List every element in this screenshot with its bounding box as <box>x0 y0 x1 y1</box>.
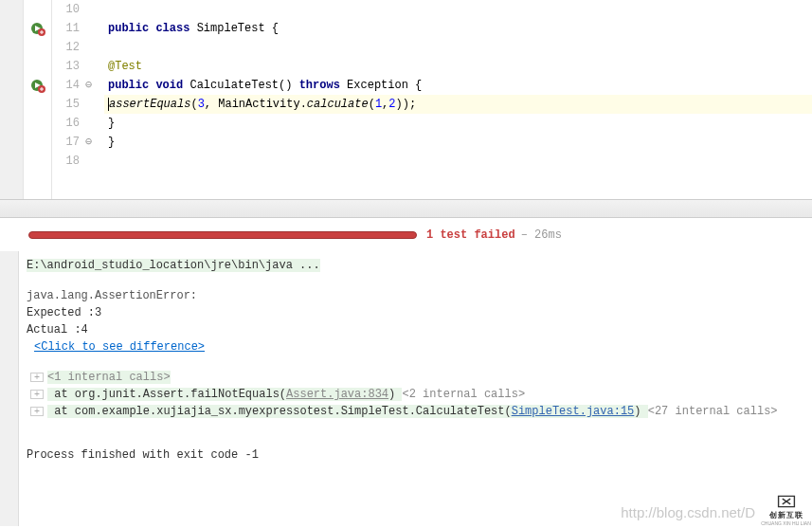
fold-toggle[interactable] <box>85 57 104 76</box>
run-test-icon[interactable] <box>30 78 45 93</box>
code-area[interactable]: public class SimpleTest { @Test public v… <box>104 0 812 199</box>
line-number: 17 <box>52 133 80 152</box>
line-number: 10 <box>52 0 80 19</box>
code-line[interactable]: assertEquals(3, MainActivity.calculate(1… <box>104 95 812 114</box>
fold-toggle[interactable] <box>85 38 104 57</box>
code-line[interactable] <box>104 152 812 171</box>
code-line[interactable] <box>104 0 812 19</box>
code-line[interactable]: @Test <box>104 57 812 76</box>
actual-value: 4 <box>81 323 88 337</box>
code-editor[interactable]: 101112131415161718 ⊖⊖ public class Simpl… <box>0 0 812 199</box>
expected-label: Expected : <box>27 306 95 319</box>
source-link[interactable]: SimpleTest.java:15 <box>512 405 635 418</box>
line-number: 11 <box>52 19 80 38</box>
breakpoint-gutter[interactable] <box>24 0 52 199</box>
console-toolbar[interactable] <box>0 251 19 526</box>
stack-trace-line: + at com.example.xujiajia_sx.myexpressot… <box>27 403 804 420</box>
command-line: E:\android_studio_location\jre\bin\java … <box>27 259 320 272</box>
code-line[interactable]: public class SimpleTest { <box>104 19 812 38</box>
fold-toggle[interactable]: ⊖ <box>85 76 104 95</box>
diff-link[interactable]: <Click to see difference> <box>34 340 205 354</box>
code-line[interactable]: public void CalculateTest() throws Excep… <box>104 76 812 95</box>
fold-gutter[interactable]: ⊖⊖ <box>85 0 104 199</box>
source-link[interactable]: Assert.java:834 <box>286 388 388 401</box>
watermark: http://blog.csdn.net/D <box>621 504 755 520</box>
test-time-label: – 26ms <box>521 228 562 242</box>
test-progress-bar <box>28 231 417 239</box>
test-status-bar: 1 test failed – 26ms <box>0 218 812 251</box>
logo: 创新互联 CHUANG XIN HU LIAN <box>760 490 812 528</box>
line-number-gutter: 101112131415161718 <box>52 0 85 199</box>
test-fail-label: 1 test failed <box>426 228 515 242</box>
fold-toggle[interactable]: ⊖ <box>85 133 104 152</box>
line-number: 12 <box>52 38 80 57</box>
fold-toggle[interactable] <box>85 19 104 38</box>
line-number: 13 <box>52 57 80 76</box>
stack-trace-line: +<1 internal calls> <box>27 369 804 386</box>
expected-value: 3 <box>95 306 101 319</box>
fold-toggle[interactable] <box>85 0 104 19</box>
panel-divider[interactable] <box>0 199 812 218</box>
line-number: 18 <box>52 152 80 171</box>
code-line[interactable]: } <box>104 133 812 152</box>
expand-icon[interactable]: + <box>30 407 44 416</box>
expand-icon[interactable]: + <box>30 373 44 382</box>
console-panel: E:\android_studio_location\jre\bin\java … <box>0 251 812 526</box>
fold-toggle[interactable] <box>85 114 104 133</box>
exit-message: Process finished with exit code -1 <box>27 446 804 464</box>
code-line[interactable]: } <box>104 114 812 133</box>
logo-icon <box>773 493 800 510</box>
run-test-icon[interactable] <box>30 21 45 36</box>
fold-toggle[interactable] <box>85 95 104 114</box>
line-number: 16 <box>52 114 80 133</box>
line-number: 15 <box>52 95 80 114</box>
fold-toggle[interactable] <box>85 152 104 171</box>
code-line[interactable] <box>104 38 812 57</box>
marker-gutter <box>0 0 24 199</box>
console-output[interactable]: E:\android_studio_location\jre\bin\java … <box>19 251 812 526</box>
expand-icon[interactable]: + <box>30 390 44 399</box>
line-number: 14 <box>52 76 80 95</box>
actual-label: Actual : <box>27 323 81 337</box>
stack-trace-line: + at org.junit.Assert.failNotEquals(Asse… <box>27 386 804 403</box>
assertion-error: java.lang.AssertionError: <box>27 287 804 304</box>
